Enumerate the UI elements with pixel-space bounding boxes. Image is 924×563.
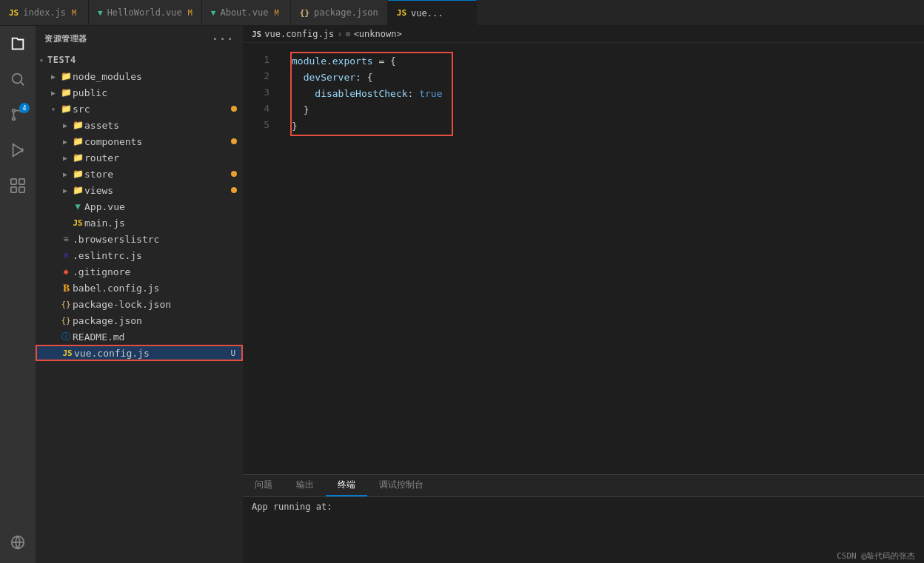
browserlist-icon: ≡ (59, 234, 73, 244)
bottom-panel: 问题 输出 终端 调试控制台 App running at: CSDN @敲代码… (243, 474, 924, 563)
tree-label-components: components (84, 136, 142, 147)
js-file-icon: JS (61, 348, 74, 358)
modified-dot (231, 187, 237, 193)
tree-item-browserslistrc[interactable]: ≡ .browserslistrc (36, 231, 243, 247)
code-line-1: module.exports = { (292, 53, 443, 70)
tab-label: vue... (411, 8, 443, 18)
panel-tab-output[interactable]: 输出 (284, 475, 326, 496)
line-num-5: 5 (243, 117, 270, 133)
tab-label: HelloWorld.vue (107, 7, 182, 18)
source-control-badge: 4 (19, 103, 30, 113)
readme-icon: ⓘ (59, 331, 73, 343)
tree-label-babel: babel.config.js (73, 283, 159, 294)
svg-line-1 (21, 82, 24, 85)
tree-label-package-json: package.json (73, 315, 142, 326)
tree-arrow: ▶ (59, 154, 71, 162)
tree-item-router[interactable]: ▶ 📁 router (36, 149, 243, 166)
tree-item-package-lock[interactable]: {} package-lock.json (36, 296, 243, 312)
svg-rect-11 (11, 187, 16, 192)
eslint-icon: ⊙ (59, 250, 73, 260)
remote-activity-icon[interactable] (3, 527, 33, 557)
code-editor[interactable]: module.exports = { devServer: { disableH… (278, 43, 924, 474)
tree-label-vue-config: vue.config.js (74, 348, 150, 359)
modified-dot (231, 171, 237, 177)
main-layout: 4 资源管理器 ··· ▾ TEST4 ▶ 📁 (0, 26, 924, 563)
tree-label-assets: assets (84, 120, 119, 131)
line-numbers: 1 2 3 4 5 (243, 43, 278, 474)
extensions-activity-icon[interactable] (3, 171, 33, 200)
token-indent4: } (292, 102, 309, 118)
tree-item-store[interactable]: ▶ 📁 store (36, 166, 243, 182)
panel-footer: CSDN @敲代码的张杰 (243, 549, 924, 563)
source-control-activity-icon[interactable]: 4 (3, 100, 33, 129)
svg-rect-12 (19, 187, 24, 192)
tree-item-src[interactable]: ▾ 📁 src (36, 101, 243, 117)
sidebar-header: 资源管理器 ··· (36, 26, 243, 52)
tree-item-views[interactable]: ▶ 📁 views (36, 182, 243, 198)
line-num-2: 2 (243, 68, 270, 84)
panel-tab-problems[interactable]: 问题 (243, 475, 284, 496)
svg-rect-9 (11, 179, 16, 184)
folder-icon: 📁 (59, 87, 73, 98)
token-exports: exports (332, 53, 373, 70)
files-activity-icon[interactable] (3, 29, 33, 58)
code-line-2: devServer: { (292, 70, 443, 86)
tree-item-app-vue[interactable]: ▼ App.vue (36, 198, 243, 215)
tree-item-readme[interactable]: ⓘ README.md (36, 328, 243, 345)
token-devserver: devServer (304, 70, 355, 86)
tree-item-assets[interactable]: ▶ 📁 assets (36, 117, 243, 133)
tab-package-json[interactable]: {} package.json (291, 0, 388, 25)
tree-label-main-js: main.js (84, 218, 125, 229)
untracked-badge: U (230, 348, 235, 358)
tree-item-public[interactable]: ▶ 📁 public (36, 84, 243, 101)
panel-tabs: 问题 输出 终端 调试控制台 (243, 475, 924, 497)
json-icon: {} (59, 316, 73, 326)
svg-point-0 (13, 74, 22, 84)
panel-tab-terminal[interactable]: 终端 (326, 475, 367, 496)
folder-icon: 📁 (59, 104, 73, 114)
tree-arrow: ▶ (59, 138, 71, 146)
tab-index-js[interactable]: JS index.js M (0, 0, 89, 25)
js-file-icon: JS (71, 218, 84, 228)
tab-about-vue[interactable]: ▼ About.vue M (202, 0, 291, 25)
tree-label-node-modules: node_modules (73, 71, 142, 82)
vue-icon: ▼ (98, 8, 103, 18)
tree-item-root[interactable]: ▾ TEST4 (36, 52, 243, 68)
token-brace5: } (292, 118, 298, 135)
run-activity-icon[interactable] (3, 135, 33, 165)
tab-bar: JS index.js M ▼ HelloWorld.vue M ▼ About… (0, 0, 924, 26)
line-num-1: 1 (243, 52, 270, 68)
tree-item-components[interactable]: ▶ 📁 components (36, 133, 243, 149)
tree-item-eslintrc[interactable]: ⊙ .eslintrc.js (36, 247, 243, 263)
tree-label-public: public (73, 87, 107, 98)
sidebar-title: 资源管理器 (44, 33, 87, 44)
folder-icon: 📁 (71, 185, 84, 195)
line-num-3: 3 (243, 84, 270, 101)
tree-item-vue-config[interactable]: JS vue.config.js U (36, 345, 243, 361)
tree-item-package-json[interactable]: {} package.json (36, 312, 243, 328)
tree-item-babel[interactable]: 𝐁 babel.config.js (36, 280, 243, 296)
sidebar-tree: ▾ TEST4 ▶ 📁 node_modules ▶ 📁 public ▾ (36, 52, 243, 563)
panel-tab-debug[interactable]: 调试控制台 (367, 475, 435, 496)
terminal-output: App running at: (252, 502, 332, 512)
tree-label-router: router (84, 152, 119, 163)
vue-file-icon: ▼ (71, 201, 84, 212)
sidebar: 资源管理器 ··· ▾ TEST4 ▶ 📁 node_modules ▶ 📁 p… (36, 26, 243, 563)
tree-item-gitignore[interactable]: ◆ .gitignore (36, 263, 243, 280)
editor-area: JS vue.config.js › ⊙ <unknown> 1 2 3 4 5… (243, 26, 924, 563)
svg-rect-10 (19, 179, 24, 184)
tree-item-main-js[interactable]: JS main.js (36, 215, 243, 231)
tab-helloworld-vue[interactable]: ▼ HelloWorld.vue M (89, 0, 202, 25)
modified-badge: M (188, 9, 192, 17)
search-activity-icon[interactable] (3, 64, 33, 94)
tree-label-src: src (73, 104, 90, 115)
tree-arrow: ▾ (47, 105, 59, 113)
sidebar-more-icon[interactable]: ··· (212, 32, 234, 46)
vue-icon: ▼ (211, 8, 216, 18)
tree-label-package-lock: package-lock.json (73, 299, 171, 310)
tab-vue-config-js[interactable]: JS vue... (388, 0, 477, 25)
code-line-5: } (292, 118, 443, 135)
modified-dot (231, 138, 237, 144)
svg-point-2 (13, 109, 16, 112)
tree-item-node-modules[interactable]: ▶ 📁 node_modules (36, 68, 243, 84)
